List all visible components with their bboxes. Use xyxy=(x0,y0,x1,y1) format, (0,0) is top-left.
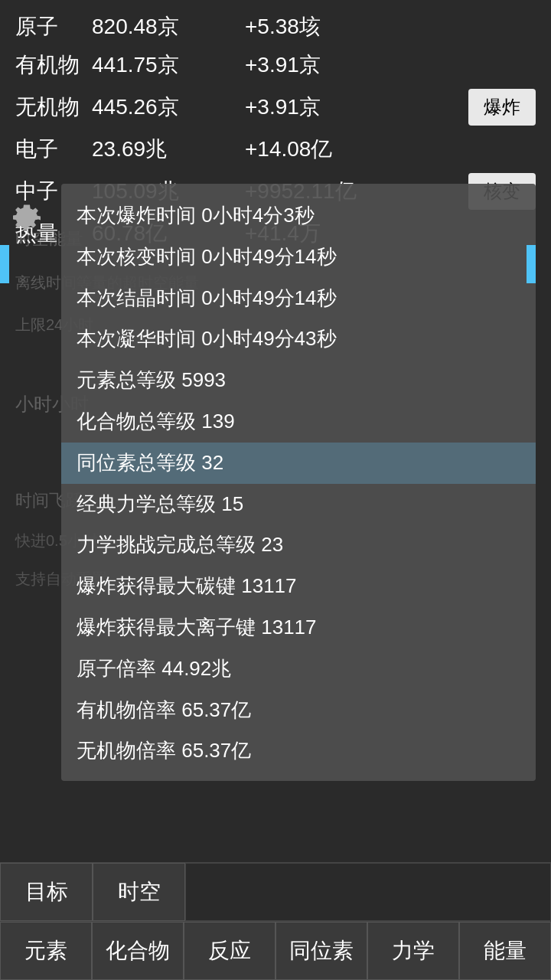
panel-item: 原子倍率 44.92兆 xyxy=(77,648,520,690)
nav-btn-compound[interactable]: 化合物 xyxy=(92,922,184,980)
bottom-navigation: 目标 时空 元素 化合物 反应 同位素 力学 能量 xyxy=(0,862,551,980)
nav-btn-reaction[interactable]: 反应 xyxy=(184,922,276,980)
stat-label: 无机物 xyxy=(15,93,92,122)
panel-scroll-area[interactable]: 本次爆炸时间 0小时4分3秒本次核变时间 0小时49分14秒本次结晶时间 0小时… xyxy=(61,184,536,781)
left-blue-tab xyxy=(0,245,9,283)
stat-delta: +3.91京 xyxy=(245,51,536,80)
stat-delta: +5.38垓 xyxy=(245,12,536,41)
stat-value: 445.26京 xyxy=(92,93,245,122)
stat-row: 原子 820.48京 +5.38垓 xyxy=(15,8,536,46)
panel-item: 爆炸获得最大离子键 13117 xyxy=(77,607,520,648)
panel-item: 无机物倍率 65.37亿 xyxy=(77,730,520,772)
panel-item: 本次结晶时间 0小时49分14秒 xyxy=(77,278,520,319)
stat-value: 820.48京 xyxy=(92,12,245,41)
stat-delta: +3.91京 xyxy=(245,93,468,122)
nav-btn-isotope[interactable]: 同位素 xyxy=(276,922,367,980)
panel-item: 元素总等级 5993 xyxy=(77,360,520,401)
nav-btn-spacetime[interactable]: 时空 xyxy=(93,863,185,921)
nav-btn-energy[interactable]: 能量 xyxy=(459,922,551,980)
panel-item: 经典力学总等级 15 xyxy=(77,484,520,525)
stat-label: 电子 xyxy=(15,135,92,164)
stat-label: 原子 xyxy=(15,12,92,41)
stat-row: 电子 23.69兆 +14.08亿 xyxy=(15,130,536,168)
nav-spacer xyxy=(185,863,551,921)
right-blue-tab xyxy=(527,245,536,283)
panel-item: 电子倍率 2184 xyxy=(77,772,520,781)
panel-item: 力学挑战完成总等级 23 xyxy=(77,524,520,566)
stat-row: 有机物 441.75京 +3.91京 xyxy=(15,46,536,84)
stat-delta: +14.08亿 xyxy=(245,135,536,164)
nav-row-top: 目标 时空 xyxy=(0,862,551,921)
panel-item: 本次核变时间 0小时49分14秒 xyxy=(77,237,520,278)
stat-label: 有机物 xyxy=(15,51,92,80)
action-btn-爆炸[interactable]: 爆炸 xyxy=(468,89,536,126)
stat-value: 23.69兆 xyxy=(92,135,245,164)
nav-row-bottom: 元素 化合物 反应 同位素 力学 能量 xyxy=(0,921,551,980)
stat-row: 无机物 445.26京 +3.91京 爆炸 xyxy=(15,84,536,130)
nav-btn-mechanics[interactable]: 力学 xyxy=(367,922,459,980)
panel-item: 同位素总等级 32 xyxy=(61,443,536,484)
stat-value: 441.75京 xyxy=(92,51,245,80)
panel-item: 有机物倍率 65.37亿 xyxy=(77,690,520,731)
nav-btn-target[interactable]: 目标 xyxy=(0,863,93,921)
panel-item: 本次凝华时间 0小时49分43秒 xyxy=(77,318,520,360)
panel-item: 本次爆炸时间 0小时4分3秒 xyxy=(77,195,520,237)
info-panel[interactable]: 本次爆炸时间 0小时4分3秒本次核变时间 0小时49分14秒本次结晶时间 0小时… xyxy=(61,184,536,781)
nav-btn-element[interactable]: 元素 xyxy=(0,922,92,980)
panel-item: 化合物总等级 139 xyxy=(77,401,520,443)
panel-item: 爆炸获得最大碳键 13117 xyxy=(77,566,520,607)
